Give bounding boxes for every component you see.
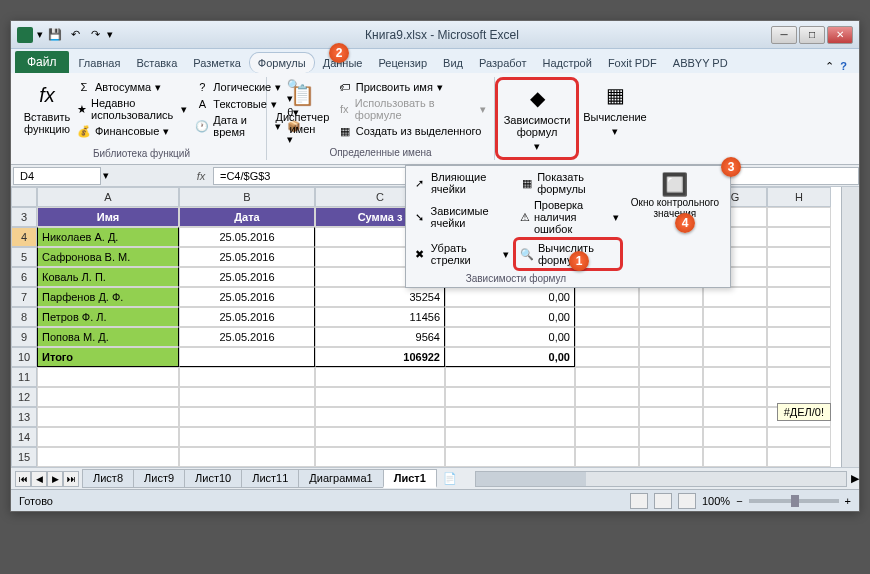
zoom-slider[interactable] — [749, 499, 839, 503]
name-cell[interactable]: Парфенов Д. Ф. — [37, 287, 179, 307]
zoom-level[interactable]: 100% — [702, 495, 730, 507]
cell[interactable] — [703, 347, 767, 367]
cell[interactable] — [575, 407, 639, 427]
cell[interactable] — [315, 367, 445, 387]
cell[interactable] — [767, 267, 831, 287]
cell[interactable] — [703, 327, 767, 347]
tab-layout[interactable]: Разметка — [185, 53, 249, 73]
sheet-tab[interactable]: Лист9 — [133, 469, 185, 488]
name-cell[interactable]: Петров Ф. Л. — [37, 307, 179, 327]
sheet-tab[interactable]: Лист10 — [184, 469, 242, 488]
cell[interactable] — [575, 327, 639, 347]
use-in-formula-button[interactable]: fxИспользовать в формуле ▾ — [336, 96, 488, 122]
sum-cell[interactable]: 9564 — [315, 327, 445, 347]
view-layout-icon[interactable] — [654, 493, 672, 509]
sheet-tab[interactable]: Лист8 — [82, 469, 134, 488]
tab-nav-next[interactable]: ▶ — [47, 471, 63, 487]
new-sheet-icon[interactable]: 📄 — [437, 472, 463, 485]
cell[interactable] — [179, 427, 315, 447]
zoom-in-icon[interactable]: + — [845, 495, 851, 507]
row-header[interactable]: 6 — [11, 267, 37, 287]
date-cell[interactable]: 25.05.2016 — [179, 287, 315, 307]
cell[interactable] — [703, 307, 767, 327]
cell[interactable] — [315, 407, 445, 427]
cell[interactable] — [315, 447, 445, 467]
row-header[interactable]: 10 — [11, 347, 37, 367]
file-tab[interactable]: Файл — [15, 51, 69, 73]
date-cell[interactable]: 25.05.2016 — [179, 227, 315, 247]
vertical-scrollbar[interactable] — [841, 187, 859, 467]
cell[interactable] — [703, 447, 767, 467]
cell[interactable] — [179, 407, 315, 427]
cell[interactable] — [639, 367, 703, 387]
cell[interactable] — [767, 327, 831, 347]
select-all-corner[interactable] — [11, 187, 37, 207]
undo-icon[interactable]: ↶ — [67, 27, 83, 43]
view-pagebreak-icon[interactable] — [678, 493, 696, 509]
maximize-button[interactable]: □ — [799, 26, 825, 44]
table-header[interactable]: Дата — [179, 207, 315, 227]
name-box[interactable]: D4 — [13, 167, 101, 185]
cell[interactable] — [575, 367, 639, 387]
minimize-button[interactable]: ─ — [771, 26, 797, 44]
cell[interactable] — [315, 387, 445, 407]
insert-function-button[interactable]: fx Вставить функцию — [23, 79, 71, 137]
cell[interactable] — [37, 427, 179, 447]
cell[interactable] — [445, 427, 575, 447]
cell[interactable] — [639, 427, 703, 447]
dropdown-icon[interactable]: ▾ — [37, 28, 43, 41]
cell[interactable] — [703, 407, 767, 427]
remove-arrows-item[interactable]: ✖Убрать стрелки ▾ — [409, 237, 513, 271]
cell[interactable] — [179, 347, 315, 367]
tab-review[interactable]: Рецензир — [370, 53, 435, 73]
value-cell[interactable]: 0,00 — [445, 307, 575, 327]
cell[interactable] — [179, 447, 315, 467]
cell[interactable] — [37, 367, 179, 387]
row-header[interactable]: 5 — [11, 247, 37, 267]
cell[interactable] — [639, 407, 703, 427]
cell[interactable] — [575, 427, 639, 447]
tab-nav-last[interactable]: ⏭ — [63, 471, 79, 487]
redo-icon[interactable]: ↷ — [87, 27, 103, 43]
tab-insert[interactable]: Вставка — [128, 53, 185, 73]
cell[interactable] — [703, 387, 767, 407]
cell[interactable] — [445, 407, 575, 427]
cell[interactable] — [639, 327, 703, 347]
cell[interactable] — [445, 387, 575, 407]
sheet-tab[interactable]: Лист1 — [383, 469, 437, 488]
cell[interactable] — [575, 387, 639, 407]
tab-nav-prev[interactable]: ◀ — [31, 471, 47, 487]
date-cell[interactable]: 25.05.2016 — [179, 307, 315, 327]
tab-formulas[interactable]: Формулы — [249, 52, 315, 73]
cell[interactable] — [639, 287, 703, 307]
cell[interactable] — [37, 407, 179, 427]
tab-abbyy[interactable]: ABBYY PD — [665, 53, 736, 73]
total-sum-cell[interactable]: 106922 — [315, 347, 445, 367]
trace-dependents-item[interactable]: ➘Зависимые ячейки — [409, 197, 516, 237]
recent-button[interactable]: ★Недавно использовались ▾ — [75, 96, 189, 122]
cell[interactable] — [179, 387, 315, 407]
name-cell[interactable]: Коваль Л. П. — [37, 267, 179, 287]
row-header[interactable]: 9 — [11, 327, 37, 347]
trace-precedents-item[interactable]: ➚Влияющие ячейки — [409, 169, 516, 197]
evaluate-formula-item[interactable]: 🔍Вычислить формулу — [513, 237, 623, 271]
tab-addins[interactable]: Надстрой — [534, 53, 599, 73]
close-button[interactable]: ✕ — [827, 26, 853, 44]
total-value-cell[interactable]: 0,00 — [445, 347, 575, 367]
cell[interactable] — [639, 307, 703, 327]
cell[interactable] — [703, 367, 767, 387]
tab-home[interactable]: Главная — [71, 53, 129, 73]
cell[interactable] — [767, 207, 831, 227]
cell[interactable] — [703, 287, 767, 307]
cell[interactable] — [575, 287, 639, 307]
horizontal-scrollbar[interactable] — [475, 471, 847, 487]
cell[interactable] — [639, 387, 703, 407]
tab-view[interactable]: Вид — [435, 53, 471, 73]
cell[interactable] — [445, 367, 575, 387]
cell[interactable] — [315, 427, 445, 447]
save-icon[interactable]: 💾 — [47, 27, 63, 43]
name-cell[interactable]: Николаев А. Д. — [37, 227, 179, 247]
row-header[interactable]: 13 — [11, 407, 37, 427]
error-checking-item[interactable]: ⚠Проверка наличия ошибок ▾ — [516, 197, 623, 237]
zoom-out-icon[interactable]: − — [736, 495, 742, 507]
